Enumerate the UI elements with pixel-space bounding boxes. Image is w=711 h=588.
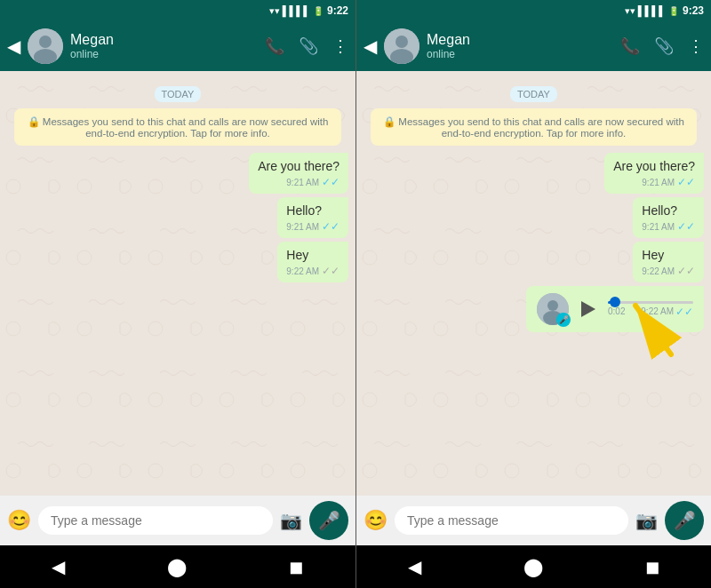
message-bubble-1-right: Are you there? 9:21 AM ✓✓ [604,153,704,194]
message-row-1-left: Are you there? 9:21 AM ✓✓ [7,153,348,194]
emoji-icon-left[interactable]: 😊 [7,509,31,532]
svg-point-4 [395,36,408,48]
contact-info-right: Megan online [427,32,613,60]
nav-back-left[interactable]: ◀ [52,556,65,577]
check-icon-1-left: ✓✓ [322,176,340,188]
left-phone: ▾▾ ▌▌▌▌ 🔋 9:22 ◀ Megan online 📞 📎 ⋮ TODA [0,0,356,588]
voice-progress: 0:02 9:22 AM ✓✓ [608,301,693,318]
emoji-icon-right[interactable]: 😊 [363,509,387,532]
mic-button-left[interactable]: 🎤 [309,501,348,540]
play-button[interactable] [576,297,601,322]
voice-message-row-right: 🎤 0:02 9:22 AM ✓✓ [363,286,704,332]
voice-time-check: 9:22 AM ✓✓ [641,306,693,318]
attach-icon-right[interactable]: 📎 [654,36,674,56]
message-time-3-right: 9:22 AM [642,266,675,276]
wifi-icon: ▾▾ [269,5,280,17]
voice-bubble-right: 🎤 0:02 9:22 AM ✓✓ [526,286,704,332]
message-bubble-2-left: Hello? 9:21 AM ✓✓ [277,197,348,238]
progress-track [608,301,693,304]
mic-small-icon: 🎤 [559,315,569,324]
contact-info-left: Megan online [70,32,258,60]
check-icon-2-right: ✓✓ [677,220,695,233]
camera-icon-right[interactable]: 📷 [635,510,658,531]
nav-recents-right[interactable]: ◼ [645,556,660,577]
nav-home-right[interactable]: ⬤ [523,556,543,577]
message-meta-3-left: 9:22 AM ✓✓ [286,265,340,277]
nav-home-left[interactable]: ⬤ [167,556,187,577]
svg-point-1 [39,36,52,48]
camera-icon-left[interactable]: 📷 [280,510,302,531]
nav-bar-left: ◀ ⬤ ◼ [0,545,356,588]
play-triangle-icon [581,301,595,317]
message-text-3-right: Hey [642,248,664,262]
message-bubble-1-left: Are you there? 9:21 AM ✓✓ [249,153,348,194]
battery-icon-right: 🔋 [668,6,679,16]
voice-time: 9:22 AM [641,306,674,316]
progress-dot [610,297,620,307]
call-icon-left[interactable]: 📞 [265,36,284,56]
system-message-right[interactable]: 🔒 Messages you send to this chat and cal… [371,108,697,146]
menu-icon-right[interactable]: ⋮ [688,36,704,56]
message-row-2-right: Hello? 9:21 AM ✓✓ [363,197,704,238]
mic-badge-icon: 🎤 [556,313,571,327]
nav-bar-right: ◀ ⬤ ◼ [356,545,711,588]
status-time-right: 9:23 [683,4,704,17]
date-badge-right: TODAY [363,85,704,101]
contact-status-right: online [427,48,613,60]
header-actions-left: 📞 📎 ⋮ [265,36,348,56]
chat-header-left: ◀ Megan online 📞 📎 ⋮ [0,21,356,71]
message-input-left[interactable] [38,506,273,535]
chat-area-right: TODAY 🔒 Messages you send to this chat a… [356,71,711,496]
chat-area-left: TODAY 🔒 Messages you send to this chat a… [0,71,356,496]
input-bar-right: 😊 📷 🎤 [356,496,711,545]
contact-status-left: online [70,48,258,60]
menu-icon-left[interactable]: ⋮ [332,36,348,56]
wifi-icon-right: ▾▾ [625,5,635,17]
nav-back-right[interactable]: ◀ [408,556,421,577]
header-actions-right: 📞 📎 ⋮ [620,36,704,56]
check-icon-1-right: ✓✓ [677,176,695,188]
message-text-1-right: Are you there? [613,159,695,173]
message-bubble-2-right: Hello? 9:21 AM ✓✓ [633,197,704,238]
message-bubble-3-right: Hey 9:22 AM ✓✓ [633,242,704,282]
attach-icon-left[interactable]: 📎 [299,36,318,56]
status-bar-right: ▾▾ ▌▌▌▌ 🔋 9:23 [356,0,711,21]
message-time-1-right: 9:21 AM [642,178,675,187]
right-phone: ▾▾ ▌▌▌▌ 🔋 9:23 ◀ Megan online 📞 📎 ⋮ TODA [356,0,711,588]
message-time-1-left: 9:21 AM [286,178,319,187]
mic-button-right[interactable]: 🎤 [665,501,704,540]
message-text-2-right: Hello? [642,203,677,218]
status-icons-right: ▾▾ ▌▌▌▌ 🔋 [625,5,679,17]
message-meta-2-right: 9:21 AM ✓✓ [642,220,695,233]
message-meta-1-right: 9:21 AM ✓✓ [613,176,695,188]
message-row-2-left: Hello? 9:21 AM ✓✓ [7,197,348,238]
message-row-3-left: Hey 9:22 AM ✓✓ [7,242,348,282]
avatar-right[interactable] [384,28,419,64]
message-time-2-right: 9:21 AM [642,222,675,232]
message-text-2-left: Hello? [286,203,322,218]
signal-icon-right: ▌▌▌▌ [638,5,666,16]
check-icon-3-left: ✓✓ [322,265,340,277]
message-text-1-left: Are you there? [258,159,340,173]
input-bar-left: 😊 📷 🎤 [0,496,356,545]
status-icons-left: ▾▾ ▌▌▌▌ 🔋 [269,5,324,17]
contact-name-right: Megan [427,32,613,48]
svg-point-7 [547,300,558,311]
voice-meta: 0:02 9:22 AM ✓✓ [608,306,693,318]
battery-icon: 🔋 [313,6,324,16]
message-row-1-right: Are you there? 9:21 AM ✓✓ [363,153,704,194]
back-button-right[interactable]: ◀ [363,36,377,57]
message-input-right[interactable] [395,506,628,535]
date-badge-left: TODAY [7,85,348,101]
signal-icon: ▌▌▌▌ [283,5,310,16]
call-icon-right[interactable]: 📞 [620,36,640,56]
system-message-left[interactable]: 🔒 Messages you send to this chat and cal… [14,108,341,146]
avatar-left[interactable] [28,28,63,64]
contact-name-left: Megan [70,32,258,48]
message-meta-2-left: 9:21 AM ✓✓ [286,220,340,233]
back-button-left[interactable]: ◀ [7,36,20,57]
message-time-3-left: 9:22 AM [286,266,319,276]
nav-recents-left[interactable]: ◼ [289,556,304,577]
message-row-3-right: Hey 9:22 AM ✓✓ [363,242,704,282]
status-bar-left: ▾▾ ▌▌▌▌ 🔋 9:22 [0,0,356,21]
